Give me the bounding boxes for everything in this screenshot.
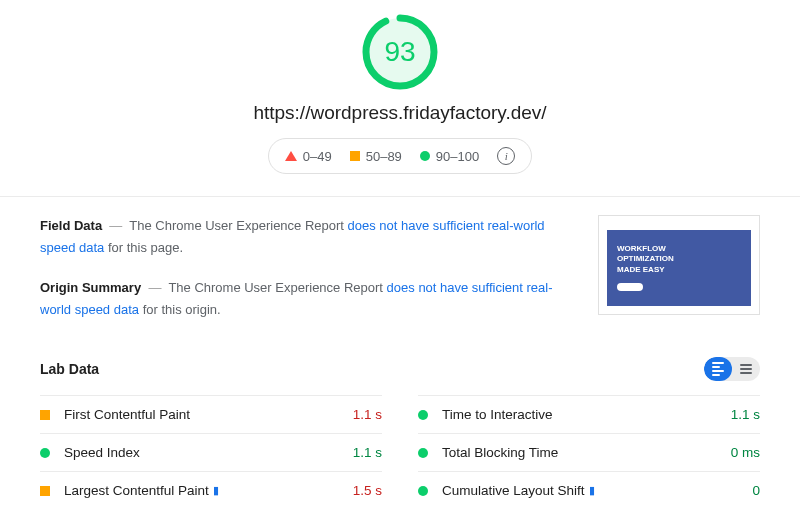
thumb-line2: OPTIMIZATION [617, 254, 741, 264]
toggle-expanded[interactable] [704, 357, 732, 381]
score-value: 93 [360, 12, 440, 92]
toggle-compact[interactable] [732, 357, 760, 381]
metric-name: First Contentful Paint [64, 407, 353, 422]
score-legend: 0–49 50–89 90–100 i [268, 138, 532, 174]
field-data-suffix: for this page. [104, 240, 183, 255]
section-divider [0, 196, 800, 197]
circle-icon [418, 410, 428, 420]
field-data-block: Field Data — The Chrome User Experience … [40, 215, 570, 259]
thumb-line3: MADE EASY [617, 265, 741, 275]
legend-average-range: 50–89 [366, 149, 402, 164]
square-icon [40, 486, 50, 496]
origin-summary-suffix: for this origin. [139, 302, 221, 317]
metric-value: 1.5 s [353, 483, 382, 498]
thumb-cta [617, 283, 643, 291]
thumb-line1: WORKFLOW [617, 244, 741, 254]
view-toggle[interactable] [704, 357, 760, 381]
metric-value: 1.1 s [353, 445, 382, 460]
circle-icon [40, 448, 50, 458]
score-gauge: 93 [360, 12, 440, 92]
metric-value: 0 [752, 483, 760, 498]
metric-row: Largest Contentful Paint ▮1.5 s [40, 471, 382, 509]
info-icon[interactable]: i [497, 147, 515, 165]
legend-average: 50–89 [350, 149, 402, 164]
legend-good: 90–100 [420, 149, 479, 164]
legend-poor: 0–49 [285, 149, 332, 164]
square-icon [350, 151, 360, 161]
metrics-grid: First Contentful Paint1.1 sTime to Inter… [40, 395, 760, 509]
field-data-label: Field Data [40, 218, 102, 233]
metric-value: 1.1 s [731, 407, 760, 422]
legend-poor-range: 0–49 [303, 149, 332, 164]
metric-name: Speed Index [64, 445, 353, 460]
bookmark-icon: ▮ [213, 484, 219, 497]
circle-icon [418, 448, 428, 458]
metric-row: Speed Index1.1 s [40, 433, 382, 471]
page-thumbnail: WORKFLOW OPTIMIZATION MADE EASY [598, 215, 760, 315]
metric-value: 1.1 s [353, 407, 382, 422]
origin-summary-label: Origin Summary [40, 280, 141, 295]
metric-name: Time to Interactive [442, 407, 731, 422]
metric-value: 0 ms [731, 445, 760, 460]
tested-url: https://wordpress.fridayfactory.dev/ [0, 102, 800, 124]
metric-row: Time to Interactive1.1 s [418, 395, 760, 433]
metric-name: Cumulative Layout Shift ▮ [442, 483, 752, 498]
circle-icon [418, 486, 428, 496]
legend-good-range: 90–100 [436, 149, 479, 164]
origin-summary-prefix: The Chrome User Experience Report [168, 280, 386, 295]
metric-row: Total Blocking Time0 ms [418, 433, 760, 471]
bookmark-icon: ▮ [589, 484, 595, 497]
metric-name: Total Blocking Time [442, 445, 731, 460]
triangle-icon [285, 151, 297, 161]
metric-name: Largest Contentful Paint ▮ [64, 483, 353, 498]
field-data-prefix: The Chrome User Experience Report [129, 218, 347, 233]
metric-row: First Contentful Paint1.1 s [40, 395, 382, 433]
metric-row: Cumulative Layout Shift ▮0 [418, 471, 760, 509]
lab-data-heading: Lab Data [40, 361, 99, 377]
square-icon [40, 410, 50, 420]
circle-icon [420, 151, 430, 161]
origin-summary-block: Origin Summary — The Chrome User Experie… [40, 277, 570, 321]
